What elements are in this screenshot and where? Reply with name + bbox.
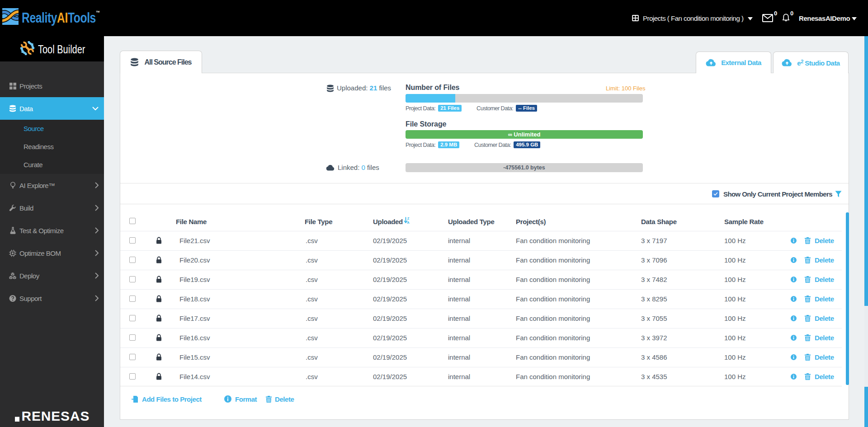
svg-text:A: A xyxy=(407,221,410,224)
svg-text:RENESAS: RENESAS xyxy=(21,408,90,423)
